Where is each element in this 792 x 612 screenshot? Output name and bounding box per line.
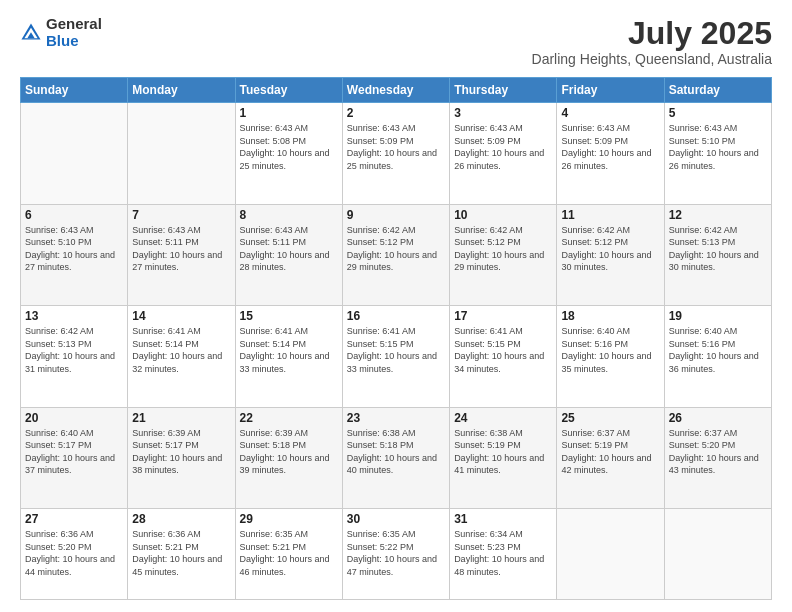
table-row: 26Sunrise: 6:37 AMSunset: 5:20 PMDayligh… [664,407,771,508]
table-row: 1Sunrise: 6:43 AMSunset: 5:08 PMDaylight… [235,103,342,204]
day-number: 6 [25,208,123,222]
day-number: 26 [669,411,767,425]
day-number: 12 [669,208,767,222]
day-info: Sunrise: 6:43 AMSunset: 5:11 PMDaylight:… [240,224,338,274]
day-number: 5 [669,106,767,120]
table-row: 3Sunrise: 6:43 AMSunset: 5:09 PMDaylight… [450,103,557,204]
page: General Blue July 2025 Darling Heights, … [0,0,792,612]
day-info: Sunrise: 6:43 AMSunset: 5:10 PMDaylight:… [25,224,123,274]
day-info: Sunrise: 6:42 AMSunset: 5:12 PMDaylight:… [454,224,552,274]
table-row: 11Sunrise: 6:42 AMSunset: 5:12 PMDayligh… [557,204,664,305]
day-info: Sunrise: 6:41 AMSunset: 5:14 PMDaylight:… [132,325,230,375]
day-number: 30 [347,512,445,526]
table-row: 22Sunrise: 6:39 AMSunset: 5:18 PMDayligh… [235,407,342,508]
table-row: 6Sunrise: 6:43 AMSunset: 5:10 PMDaylight… [21,204,128,305]
calendar-week-row: 1Sunrise: 6:43 AMSunset: 5:08 PMDaylight… [21,103,772,204]
calendar-table: Sunday Monday Tuesday Wednesday Thursday… [20,77,772,600]
day-number: 21 [132,411,230,425]
table-row: 4Sunrise: 6:43 AMSunset: 5:09 PMDaylight… [557,103,664,204]
col-sunday: Sunday [21,78,128,103]
logo-blue-text: Blue [46,33,102,50]
logo-text: General Blue [46,16,102,49]
table-row: 31Sunrise: 6:34 AMSunset: 5:23 PMDayligh… [450,509,557,600]
table-row [557,509,664,600]
day-info: Sunrise: 6:40 AMSunset: 5:17 PMDaylight:… [25,427,123,477]
title-area: July 2025 Darling Heights, Queensland, A… [532,16,772,67]
table-row: 2Sunrise: 6:43 AMSunset: 5:09 PMDaylight… [342,103,449,204]
location: Darling Heights, Queensland, Australia [532,51,772,67]
day-number: 2 [347,106,445,120]
day-info: Sunrise: 6:43 AMSunset: 5:09 PMDaylight:… [347,122,445,172]
day-info: Sunrise: 6:42 AMSunset: 5:13 PMDaylight:… [669,224,767,274]
day-number: 1 [240,106,338,120]
day-info: Sunrise: 6:43 AMSunset: 5:08 PMDaylight:… [240,122,338,172]
logo: General Blue [20,16,102,49]
logo-general-text: General [46,16,102,33]
table-row: 8Sunrise: 6:43 AMSunset: 5:11 PMDaylight… [235,204,342,305]
col-tuesday: Tuesday [235,78,342,103]
day-number: 11 [561,208,659,222]
month-year: July 2025 [532,16,772,51]
table-row: 5Sunrise: 6:43 AMSunset: 5:10 PMDaylight… [664,103,771,204]
day-info: Sunrise: 6:43 AMSunset: 5:10 PMDaylight:… [669,122,767,172]
day-number: 14 [132,309,230,323]
header: General Blue July 2025 Darling Heights, … [20,16,772,67]
col-thursday: Thursday [450,78,557,103]
day-number: 25 [561,411,659,425]
day-number: 27 [25,512,123,526]
table-row: 20Sunrise: 6:40 AMSunset: 5:17 PMDayligh… [21,407,128,508]
day-number: 13 [25,309,123,323]
day-info: Sunrise: 6:37 AMSunset: 5:19 PMDaylight:… [561,427,659,477]
day-number: 24 [454,411,552,425]
table-row: 23Sunrise: 6:38 AMSunset: 5:18 PMDayligh… [342,407,449,508]
day-info: Sunrise: 6:35 AMSunset: 5:21 PMDaylight:… [240,528,338,578]
day-info: Sunrise: 6:41 AMSunset: 5:15 PMDaylight:… [347,325,445,375]
col-saturday: Saturday [664,78,771,103]
col-monday: Monday [128,78,235,103]
table-row: 19Sunrise: 6:40 AMSunset: 5:16 PMDayligh… [664,306,771,407]
day-number: 3 [454,106,552,120]
table-row: 9Sunrise: 6:42 AMSunset: 5:12 PMDaylight… [342,204,449,305]
day-info: Sunrise: 6:36 AMSunset: 5:20 PMDaylight:… [25,528,123,578]
day-info: Sunrise: 6:37 AMSunset: 5:20 PMDaylight:… [669,427,767,477]
col-wednesday: Wednesday [342,78,449,103]
logo-icon [20,22,42,44]
calendar-week-row: 27Sunrise: 6:36 AMSunset: 5:20 PMDayligh… [21,509,772,600]
day-info: Sunrise: 6:42 AMSunset: 5:13 PMDaylight:… [25,325,123,375]
day-number: 17 [454,309,552,323]
day-number: 4 [561,106,659,120]
calendar-week-row: 6Sunrise: 6:43 AMSunset: 5:10 PMDaylight… [21,204,772,305]
table-row: 15Sunrise: 6:41 AMSunset: 5:14 PMDayligh… [235,306,342,407]
table-row: 27Sunrise: 6:36 AMSunset: 5:20 PMDayligh… [21,509,128,600]
table-row: 10Sunrise: 6:42 AMSunset: 5:12 PMDayligh… [450,204,557,305]
day-number: 9 [347,208,445,222]
day-number: 19 [669,309,767,323]
day-info: Sunrise: 6:34 AMSunset: 5:23 PMDaylight:… [454,528,552,578]
day-number: 31 [454,512,552,526]
table-row: 7Sunrise: 6:43 AMSunset: 5:11 PMDaylight… [128,204,235,305]
table-row [21,103,128,204]
day-info: Sunrise: 6:43 AMSunset: 5:09 PMDaylight:… [454,122,552,172]
table-row: 17Sunrise: 6:41 AMSunset: 5:15 PMDayligh… [450,306,557,407]
day-number: 29 [240,512,338,526]
calendar-header-row: Sunday Monday Tuesday Wednesday Thursday… [21,78,772,103]
table-row: 30Sunrise: 6:35 AMSunset: 5:22 PMDayligh… [342,509,449,600]
day-number: 8 [240,208,338,222]
table-row: 14Sunrise: 6:41 AMSunset: 5:14 PMDayligh… [128,306,235,407]
day-info: Sunrise: 6:39 AMSunset: 5:17 PMDaylight:… [132,427,230,477]
day-number: 22 [240,411,338,425]
day-number: 28 [132,512,230,526]
table-row: 24Sunrise: 6:38 AMSunset: 5:19 PMDayligh… [450,407,557,508]
table-row [128,103,235,204]
table-row [664,509,771,600]
table-row: 29Sunrise: 6:35 AMSunset: 5:21 PMDayligh… [235,509,342,600]
day-number: 23 [347,411,445,425]
day-info: Sunrise: 6:43 AMSunset: 5:09 PMDaylight:… [561,122,659,172]
table-row: 16Sunrise: 6:41 AMSunset: 5:15 PMDayligh… [342,306,449,407]
day-number: 7 [132,208,230,222]
calendar-week-row: 20Sunrise: 6:40 AMSunset: 5:17 PMDayligh… [21,407,772,508]
table-row: 28Sunrise: 6:36 AMSunset: 5:21 PMDayligh… [128,509,235,600]
day-info: Sunrise: 6:40 AMSunset: 5:16 PMDaylight:… [669,325,767,375]
day-number: 20 [25,411,123,425]
day-info: Sunrise: 6:36 AMSunset: 5:21 PMDaylight:… [132,528,230,578]
